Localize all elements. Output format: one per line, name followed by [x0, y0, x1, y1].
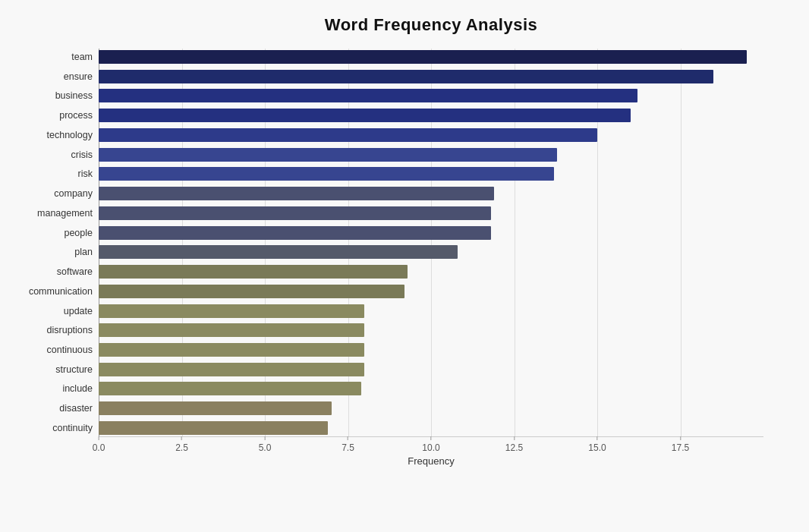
bar-label: management: [9, 208, 93, 219]
x-tick: 2.5: [175, 436, 188, 453]
x-tick-line: [99, 436, 99, 440]
bar-row: ensure: [99, 68, 763, 85]
bar-label: include: [9, 383, 93, 394]
bar-row: include: [99, 380, 763, 397]
bar-row: structure: [99, 361, 763, 378]
bar-label: business: [9, 90, 93, 101]
bar-row: software: [99, 263, 763, 280]
x-tick: 15.0: [588, 436, 606, 453]
bar-label: people: [9, 228, 93, 238]
x-tick-label: 5.0: [259, 442, 272, 453]
x-tick-label: 17.5: [672, 442, 689, 453]
bar: [99, 50, 747, 64]
x-tick: 7.5: [342, 436, 354, 453]
x-tick: 10.0: [422, 436, 439, 453]
bar-row: crisis: [99, 146, 763, 163]
x-tick-line: [597, 436, 597, 440]
x-axis-title: Frequency: [99, 455, 763, 467]
bar: [99, 363, 364, 376]
bar: [99, 343, 364, 357]
x-tick: 5.0: [259, 436, 272, 453]
bar: [99, 265, 408, 279]
bar-label: structure: [9, 364, 93, 375]
bar-row: process: [99, 107, 763, 124]
bar: [99, 187, 494, 200]
bar-label: communication: [9, 286, 93, 297]
bar-row: communication: [99, 283, 763, 300]
bar-label: ensure: [9, 71, 93, 82]
x-tick-line: [265, 436, 266, 440]
bar-label: crisis: [9, 150, 93, 160]
x-tick-line: [514, 436, 515, 440]
bar-row: company: [99, 185, 763, 202]
bar: [99, 285, 404, 298]
x-tick-label: 15.0: [588, 442, 606, 453]
x-tick: 12.5: [505, 436, 523, 453]
bar: [99, 421, 328, 435]
bar-label: plan: [9, 247, 93, 257]
bar: [99, 304, 364, 318]
bar-label: continuous: [9, 345, 93, 355]
x-tick-label: 12.5: [505, 442, 523, 453]
bar: [99, 89, 637, 102]
bar: [99, 382, 361, 395]
bar-label: disaster: [9, 403, 93, 414]
bar-row: continuous: [99, 342, 763, 358]
bar: [99, 401, 332, 415]
bar: [99, 167, 554, 181]
bar: [99, 323, 364, 337]
bar-row: business: [99, 87, 763, 104]
bar-label: company: [9, 188, 93, 199]
bar-label: technology: [9, 130, 93, 140]
bar: [99, 206, 491, 220]
x-tick-line: [348, 436, 348, 440]
x-tick: 17.5: [672, 436, 689, 453]
bar-row: team: [99, 49, 763, 65]
bar-label: disruptions: [9, 325, 93, 335]
x-tick-label: 10.0: [422, 442, 439, 453]
bar-label: team: [9, 52, 93, 62]
bar: [99, 245, 458, 259]
x-tick: 0.0: [93, 436, 105, 453]
bars-container: teamensurebusinessprocesstechnologycrisi…: [99, 49, 763, 436]
bar-row: update: [99, 303, 763, 320]
bar: [99, 226, 491, 240]
bar-label: continuity: [9, 423, 93, 433]
x-tick-label: 2.5: [175, 442, 188, 453]
x-tick-label: 0.0: [93, 442, 105, 453]
bar-label: software: [9, 266, 93, 277]
chart-title: Word Frequency Analysis: [99, 15, 763, 35]
bar-row: people: [99, 225, 763, 241]
x-tick-line: [680, 436, 681, 440]
bar: [99, 70, 713, 83]
bar-label: process: [9, 110, 93, 121]
bar: [99, 109, 631, 122]
bar-row: management: [99, 205, 763, 222]
bar-row: plan: [99, 244, 763, 260]
bar-label: update: [9, 306, 93, 316]
bar-row: risk: [99, 165, 763, 182]
chart-container: Word Frequency Analysis teamensurebusine…: [0, 0, 809, 532]
bar-row: technology: [99, 127, 763, 143]
x-axis: 0.02.55.07.510.012.515.017.5 Frequency: [99, 436, 763, 467]
x-tick-line: [181, 436, 182, 440]
bar: [99, 128, 597, 142]
chart-area: teamensurebusinessprocesstechnologycrisi…: [99, 49, 763, 467]
bar-label: risk: [9, 168, 93, 179]
bar: [99, 148, 557, 162]
x-tick-line: [430, 436, 431, 440]
bar-row: disaster: [99, 400, 763, 417]
bar-row: disruptions: [99, 322, 763, 338]
bar-row: continuity: [99, 420, 763, 436]
x-tick-label: 7.5: [342, 442, 354, 453]
